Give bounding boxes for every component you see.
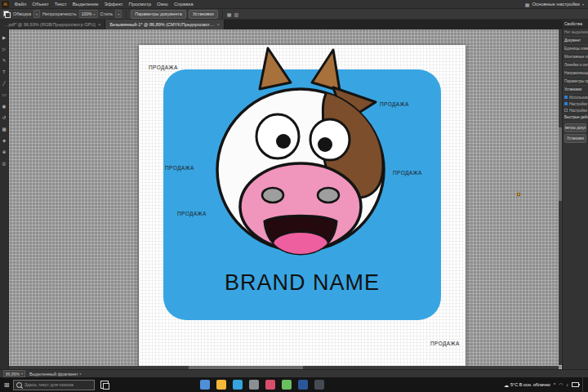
document-setup-button[interactable]: Параметры документа [564, 123, 586, 132]
document-setup-button[interactable]: Параметры документа [131, 10, 186, 19]
pen-tool[interactable]: ✎ [1, 56, 8, 64]
volume-icon[interactable]: ♪ [566, 382, 568, 387]
style-label: Стиль [100, 11, 114, 16]
checkbox-icon[interactable] [564, 109, 568, 112]
type-tool[interactable]: T [1, 68, 8, 75]
opacity-label: Непрозрачность [42, 11, 77, 16]
tray-chevron-up-icon[interactable]: ^ [554, 382, 556, 387]
taskbar-app-icon[interactable] [233, 380, 243, 390]
sale-text-label[interactable]: ПРОДАЖА [380, 101, 409, 107]
properties-panel: Свойства Нет выделения Документ Единицы … [562, 20, 588, 369]
taskbar-app-icon[interactable] [216, 380, 226, 390]
document-tab-untitled[interactable]: Безымянный-1* @ 86,89% (CMYK/Предпросмот… [105, 20, 225, 29]
stroke-label: Обводка [13, 11, 31, 16]
chevron-down-icon: ▾ [118, 12, 119, 16]
tab-label: …pdf* @ 96,93% (RGB/Предпросмотр GPU) [4, 22, 96, 27]
status-tool-indicator[interactable]: Выделенный фрагмент ▸ [29, 372, 82, 376]
panel-row-artboards[interactable]: Монтажные области [563, 53, 588, 61]
canvas[interactable]: ПРОДАЖА ПРОДАЖА ПРОДАЖА ПРОДАЖА ПРОДАЖА … [9, 29, 562, 369]
taskbar-app-icon[interactable] [249, 380, 259, 390]
weather-widget[interactable]: ☁ 5°C В осн. облачно [504, 382, 550, 388]
sale-text-label[interactable]: ПРОДАЖА [430, 341, 460, 346]
menu-item-object[interactable]: Объект [29, 0, 51, 9]
panel-row-units[interactable]: Единицы измерения [563, 45, 588, 53]
line-tool[interactable]: ╱ [1, 79, 8, 87]
menu-item-view[interactable]: Просмотр [126, 0, 154, 9]
chevron-down-icon: ▾ [36, 12, 38, 16]
show-desktop-button[interactable] [582, 377, 586, 392]
taskbar-app-icon[interactable] [200, 380, 210, 390]
checkbox-label: Использовать сетку [569, 96, 588, 100]
taskbar-app-icon[interactable] [298, 380, 308, 390]
sale-text-label[interactable]: ПРОДАЖА [177, 211, 207, 216]
zoom-tool[interactable]: ◎ [1, 159, 8, 167]
taskbar-app-icon[interactable] [282, 380, 292, 390]
panel-section-quick-actions: Быстрые действия [563, 114, 588, 122]
checkbox-label: Настройки установки [569, 102, 588, 106]
document-tab-pdf[interactable]: …pdf* @ 96,93% (RGB/Предпросмотр GPU) × [0, 20, 105, 29]
app-bar-right: ▦ Основные настройки ▾ [525, 2, 588, 7]
sale-text-label[interactable]: ПРОДАЖА [393, 170, 422, 176]
divider [222, 11, 223, 18]
taskbar-app-icon[interactable] [265, 380, 275, 390]
brand-name-text[interactable]: BRAND NAME [139, 270, 466, 296]
menu-item-window[interactable]: Окно [154, 0, 171, 9]
chevron-down-icon: ▾ [21, 372, 23, 376]
preferences-button[interactable]: Установки [564, 134, 586, 143]
status-bar: 86,89% ▾ Выделенный фрагмент ▸ [0, 369, 588, 377]
sale-text-label[interactable]: ПРОДАЖА [149, 65, 178, 70]
panel-row-rulers-grids[interactable]: Линейки и сетки [563, 61, 588, 69]
menu-item-effect[interactable]: Эффект [101, 0, 126, 9]
selection-tool[interactable]: ▶ [1, 33, 8, 41]
zoom-level-dropdown[interactable]: 86,89% ▾ [3, 370, 25, 377]
gradient-tool[interactable]: ▦ [1, 125, 8, 132]
menu-item-type[interactable]: Текст [51, 0, 69, 9]
close-icon[interactable]: × [98, 22, 101, 27]
rectangle-tool[interactable]: ▭ [1, 91, 8, 98]
checkbox-icon[interactable] [564, 96, 568, 99]
document-tab-bar: …pdf* @ 96,93% (RGB/Предпросмотр GPU) × … [0, 20, 562, 29]
menu-item-help[interactable]: Справка [171, 0, 196, 9]
task-view-icon[interactable] [100, 381, 109, 389]
close-icon[interactable]: × [216, 22, 220, 27]
style-dropdown[interactable]: ▾ [115, 10, 122, 18]
direct-selection-tool[interactable]: ▷ [1, 45, 8, 52]
checkbox-icon[interactable] [564, 102, 568, 105]
stroke-width-dropdown[interactable]: ▾ [33, 10, 40, 18]
mesh-tool[interactable]: ◈ [1, 136, 8, 144]
panel-checkbox-row[interactable]: Настройки обводки [563, 107, 588, 114]
status-tool-label: Выделенный фрагмент [29, 372, 78, 376]
checkbox-label: Настройки обводки [569, 109, 588, 113]
opacity-dropdown[interactable]: 100% ▾ [79, 10, 98, 18]
zoom-level-value: 86,89% [6, 372, 20, 376]
sale-text-label[interactable]: ПРОДАЖА [165, 165, 194, 171]
distribute-icon[interactable]: ▥ [234, 11, 238, 17]
rotate-tool[interactable]: ↺ [1, 114, 8, 121]
panel-checkbox-row[interactable]: Использовать сетку [563, 94, 588, 100]
taskbar-search-input[interactable]: Здесь текст для поиска [13, 380, 95, 390]
artboard[interactable]: ПРОДАЖА ПРОДАЖА ПРОДАЖА ПРОДАЖА ПРОДАЖА … [139, 45, 466, 369]
taskbar-app-icon[interactable] [314, 380, 324, 390]
menu-item-file[interactable]: Файл [11, 0, 29, 9]
arrange-documents-icon[interactable]: ▦ [525, 2, 530, 7]
chevron-right-icon: ▸ [80, 372, 82, 376]
weather-text: 5°C В осн. облачно [510, 382, 550, 387]
panel-checkbox-row[interactable]: Настройки установки [563, 100, 588, 107]
control-bar: Обводка ▾ Непрозрачность 100% ▾ Стиль ▾ … [0, 9, 588, 20]
align-icon[interactable]: ▦ [227, 11, 232, 17]
wifi-icon[interactable]: ◠ [559, 382, 563, 387]
menu-item-select[interactable]: Выделение [69, 0, 101, 9]
battery-icon[interactable] [572, 382, 579, 387]
tab-properties[interactable]: Свойства [563, 20, 588, 29]
blend-tool[interactable]: ⊕ [1, 148, 8, 155]
preferences-button[interactable]: Установки [189, 10, 218, 19]
start-button[interactable]: ⊞ [0, 377, 13, 392]
brush-tool[interactable]: ◉ [1, 102, 8, 109]
illustrator-window: Ai Файл Объект Текст Выделение Эффект Пр… [0, 0, 588, 392]
opacity-value: 100% [82, 11, 92, 16]
search-placeholder: Здесь текст для поиска [24, 382, 74, 387]
fill-stroke-swatch-icon[interactable] [3, 11, 11, 18]
workspace-switcher[interactable]: Основные настройки [532, 2, 580, 7]
panel-row-guides[interactable]: Направляющие [563, 69, 588, 78]
panel-row-snap-options[interactable]: Параметры привязки [563, 78, 588, 86]
